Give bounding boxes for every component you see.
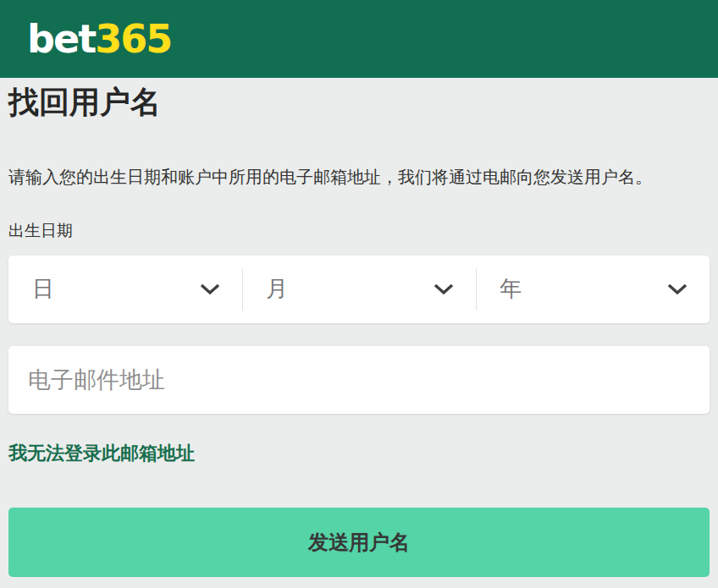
app-header: bet365 — [0, 0, 718, 78]
chevron-down-icon — [200, 283, 220, 295]
day-select-value: 日 — [32, 274, 54, 304]
cannot-access-email-link[interactable]: 我无法登录此邮箱地址 — [8, 442, 195, 466]
dob-select-row: 日 月 年 — [8, 256, 710, 323]
day-select[interactable]: 日 — [8, 256, 242, 323]
year-select-value: 年 — [500, 274, 522, 304]
send-username-button[interactable]: 发送用户名 — [8, 508, 710, 577]
dob-label: 出生日期 — [8, 219, 710, 242]
month-select-value: 月 — [266, 274, 288, 304]
email-input[interactable] — [8, 346, 710, 414]
month-select[interactable]: 月 — [242, 256, 476, 323]
logo-bet: bet — [27, 16, 95, 62]
chevron-down-icon — [667, 283, 688, 295]
page-title: 找回用户名 — [8, 84, 710, 120]
link-row: 我无法登录此邮箱地址 — [8, 442, 710, 466]
instructions-text: 请输入您的出生日期和账户中所用的电子邮箱地址，我们将通过电邮向您发送用户名。 — [8, 165, 710, 189]
chevron-down-icon — [434, 283, 454, 295]
recover-username-page: 找回用户名 请输入您的出生日期和账户中所用的电子邮箱地址，我们将通过电邮向您发送… — [0, 84, 718, 577]
logo-365: 365 — [95, 16, 171, 62]
bet365-logo[interactable]: bet365 — [27, 19, 171, 58]
year-select[interactable]: 年 — [476, 256, 710, 323]
